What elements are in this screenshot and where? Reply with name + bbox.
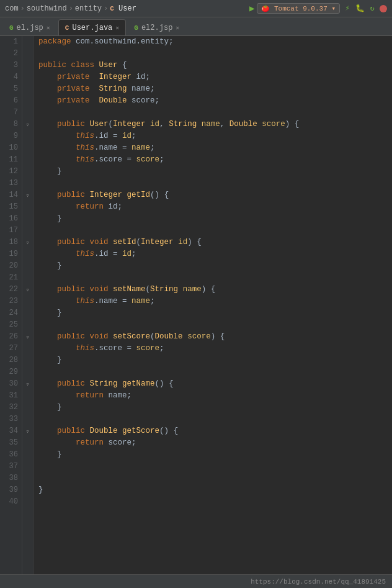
gutter-row: ▿ xyxy=(22,189,33,201)
breadcrumb-entity: entity xyxy=(75,4,102,13)
tab-el-jsp[interactable]: G el.jsp ✕ xyxy=(2,19,57,35)
line-number: 14 xyxy=(4,189,18,201)
line-number: 1 xyxy=(4,36,18,48)
code-line: } xyxy=(38,355,387,366)
line-number: 2 xyxy=(4,48,18,60)
action-icon-1[interactable]: ⚡ xyxy=(342,4,352,14)
line-number: 38 xyxy=(4,473,18,484)
tab-el-jsp-icon: G xyxy=(9,24,14,32)
line-number: 11 xyxy=(4,154,18,166)
line-number: 37 xyxy=(4,461,18,473)
gutter-row xyxy=(22,307,33,319)
gutter-row xyxy=(22,142,33,154)
line-number: 9 xyxy=(4,130,18,142)
line-number: 3 xyxy=(4,60,18,71)
gutter-row xyxy=(22,71,33,83)
tab-user-java-label: User.java xyxy=(72,24,112,32)
line-number: 31 xyxy=(4,390,18,402)
line-number: 18 xyxy=(4,237,18,248)
fold-icon[interactable]: ▿ xyxy=(25,121,29,129)
title-bar-actions: ▶ 🍅 Tomcat 9.0.37 ▾ ⚡ 🐛 ↻ xyxy=(249,3,387,14)
editor: 1234567891011121314151617181920212223242… xyxy=(0,36,392,574)
code-line: public User(Integer id, String name, Dou… xyxy=(38,119,387,130)
line-number: 6 xyxy=(4,95,18,107)
gutter: ▿▿▿▿▿▿▿ xyxy=(22,36,33,574)
line-number: 23 xyxy=(4,296,18,307)
line-number: 12 xyxy=(4,166,18,178)
tab-el2-jsp-close[interactable]: ✕ xyxy=(176,24,179,32)
fold-icon[interactable]: ▿ xyxy=(25,286,29,294)
breadcrumb-sep2: › xyxy=(69,4,73,13)
line-number: 10 xyxy=(4,142,18,154)
code-line: this.score = score; xyxy=(38,343,387,355)
code-line: this.id = id; xyxy=(38,248,387,260)
line-number: 7 xyxy=(4,107,18,119)
code-line: package com.southwind.entity; xyxy=(38,36,387,48)
code-line xyxy=(38,414,387,425)
gutter-row: ▿ xyxy=(22,378,33,390)
tab-el2-jsp-label: el2.jsp xyxy=(141,24,172,32)
line-number: 17 xyxy=(4,225,18,237)
line-number: 16 xyxy=(4,213,18,225)
code-line: return id; xyxy=(38,201,387,213)
fold-icon[interactable]: ▿ xyxy=(25,333,29,341)
line-number: 36 xyxy=(4,449,18,461)
line-number: 32 xyxy=(4,402,18,414)
line-number: 34 xyxy=(4,425,18,437)
code-line: private Integer id; xyxy=(38,71,387,83)
action-icon-3[interactable]: ↻ xyxy=(367,4,377,14)
gutter-row xyxy=(22,248,33,260)
breadcrumb-sep1: › xyxy=(20,4,25,13)
tab-user-java-close[interactable]: ✕ xyxy=(115,24,119,32)
line-number: 40 xyxy=(4,496,18,508)
gutter-row xyxy=(22,390,33,402)
gutter-row xyxy=(22,272,33,284)
code-line xyxy=(38,48,387,60)
code-line: this.name = name; xyxy=(38,142,387,154)
code-line: } xyxy=(38,402,387,414)
line-number: 28 xyxy=(4,355,18,366)
code-line: return score; xyxy=(38,437,387,449)
code-line: public String getName() { xyxy=(38,378,387,390)
code-line xyxy=(38,366,387,378)
code-line: private Double score; xyxy=(38,95,387,107)
line-number: 15 xyxy=(4,201,18,213)
code-line xyxy=(38,473,387,484)
fold-icon[interactable]: ▿ xyxy=(25,192,29,199)
code-line xyxy=(38,225,387,237)
action-icon-2[interactable]: 🐛 xyxy=(355,4,365,14)
fold-icon[interactable]: ▿ xyxy=(25,381,29,388)
line-number: 26 xyxy=(4,331,18,343)
tab-el-jsp-close[interactable]: ✕ xyxy=(47,24,50,32)
code-area[interactable]: package com.southwind.entity; public cla… xyxy=(33,36,392,574)
green-arrow-icon[interactable]: ▶ xyxy=(249,3,254,14)
tomcat-button[interactable]: 🍅 Tomcat 9.0.37 ▾ xyxy=(257,3,340,14)
breadcrumb-user: C User xyxy=(110,4,136,13)
tab-user-java-icon: C xyxy=(65,24,69,32)
line-number: 20 xyxy=(4,260,18,272)
code-line xyxy=(38,461,387,473)
code-line: public Integer getId() { xyxy=(38,189,387,201)
code-line: } xyxy=(38,213,387,225)
fold-icon[interactable]: ▿ xyxy=(25,428,29,435)
code-line xyxy=(38,496,387,508)
code-line: this.score = score; xyxy=(38,154,387,166)
gutter-row xyxy=(22,154,33,166)
gutter-row xyxy=(22,201,33,213)
code-line: this.name = name; xyxy=(38,296,387,307)
gutter-row: ▿ xyxy=(22,237,33,248)
red-stop-icon[interactable] xyxy=(380,5,387,12)
tab-el2-jsp[interactable]: G el2.jsp ✕ xyxy=(127,19,186,35)
gutter-row xyxy=(22,107,33,119)
gutter-row xyxy=(22,496,33,508)
code-line: public void setId(Integer id) { xyxy=(38,237,387,248)
gutter-row xyxy=(22,366,33,378)
line-number: 8 xyxy=(4,119,18,130)
gutter-row xyxy=(22,166,33,178)
line-number: 30 xyxy=(4,378,18,390)
code-line: private String name; xyxy=(38,83,387,95)
fold-icon[interactable]: ▿ xyxy=(25,239,29,247)
tab-user-java[interactable]: C User.java ✕ xyxy=(58,19,126,35)
breadcrumb-sep3: › xyxy=(104,4,108,13)
code-line: } xyxy=(38,260,387,272)
